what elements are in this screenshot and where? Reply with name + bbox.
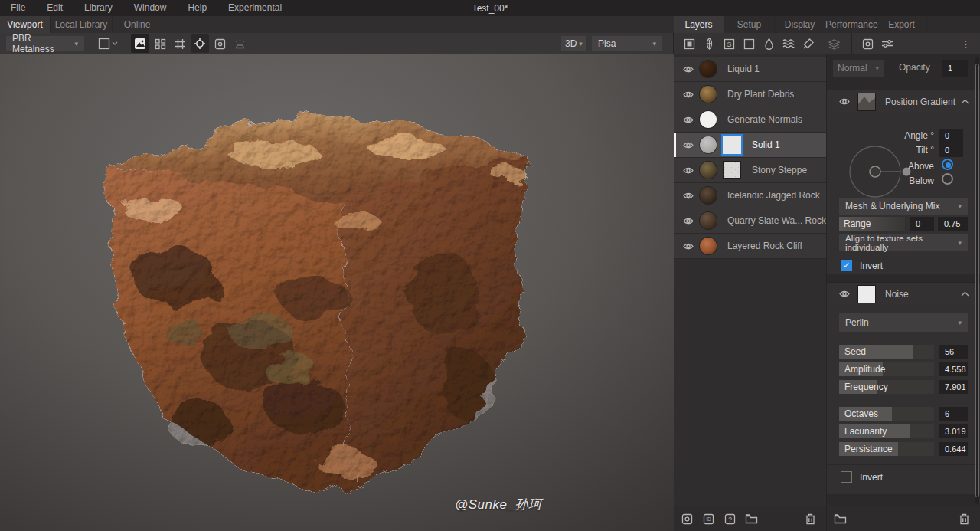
above-radio[interactable] [942,159,953,170]
layer-row-liquid-1[interactable]: Liquid 1 [674,57,826,82]
visibility-eye-icon[interactable] [683,217,694,225]
visibility-eye-icon[interactable] [683,90,694,99]
add-smart-material-button[interactable]: S [720,34,738,53]
lacunarity-input[interactable]: 3.019 [939,424,968,438]
panel-menu-button[interactable]: ⋮ [961,38,971,50]
layer-thumbnail[interactable] [700,187,717,204]
shading-mode-select[interactable]: PBR Metalness▾ [6,36,84,51]
amplitude-slider[interactable]: Amplitude [839,362,934,376]
noise-header[interactable]: Noise [827,282,980,305]
octaves-input[interactable]: 6 [939,407,968,421]
visibility-eye-icon[interactable] [839,97,850,106]
layer-row-solid-1[interactable]: Solid 1 [674,133,826,158]
show-texture-button[interactable] [131,34,149,53]
add-surface-layer-button[interactable] [740,34,758,53]
range-gradient-bar[interactable]: Range [839,217,905,231]
delete-layer-button[interactable] [802,510,818,527]
noise-invert-checkbox[interactable] [841,471,852,483]
menu-library[interactable]: Library [74,0,123,16]
mix-mode-select[interactable]: Mesh & Underlying Mix▾ [839,198,968,215]
layer-row-quarry-slate[interactable]: Quarry Slate Wa... Rock Cracked [674,208,826,234]
add-paint-layer-button[interactable] [799,34,818,53]
tab-performance[interactable]: Performance [825,16,877,33]
layer-mask-thumbnail[interactable] [723,161,741,179]
visibility-eye-icon[interactable] [683,65,694,74]
scrollbar-thumb[interactable] [975,64,979,497]
wireframe-button[interactable] [171,34,189,53]
layer-row-generate-normals[interactable]: Generate Normals [674,107,826,133]
layer-thumbnail[interactable] [700,238,717,254]
add-liquid-layer-button[interactable] [760,34,778,53]
persistance-input[interactable]: 0.644 [939,442,968,456]
tab-viewport[interactable]: Viewport [0,16,51,33]
layer-thumbnail[interactable] [700,61,717,77]
visibility-eye-icon[interactable] [839,290,850,298]
opacity-input[interactable]: 1 [942,60,968,77]
filters-button[interactable] [878,34,897,53]
frequency-input[interactable]: 7.901 [939,380,968,394]
layer-row-dry-plant-debris[interactable]: Dry Plant Debris [674,82,826,107]
add-displacement-layer-button[interactable] [779,34,798,53]
layer-row-icelandic-jagged-rock[interactable]: Icelandic Jagged Rock [674,183,826,208]
menu-window[interactable]: Window [123,0,178,16]
view-mode-select[interactable]: 3D▾ [561,36,586,51]
layer-thumbnail[interactable] [700,136,717,153]
angle-input[interactable]: 0 [939,129,963,143]
new-group-button[interactable] [831,510,848,527]
amplitude-input[interactable]: 4.558 [939,362,968,376]
group-layers-button[interactable] [825,34,843,53]
layer-thumbnail[interactable] [700,212,717,229]
layer-thumbnail[interactable] [700,111,717,128]
procedural-mask-button[interactable]: ? [721,510,738,527]
blend-mode-select[interactable]: Normal▾ [833,60,884,77]
visibility-eye-icon[interactable] [683,166,694,175]
add-mask-button[interactable] [678,510,695,527]
below-radio[interactable] [942,173,953,185]
add-atlas-layer-button[interactable] [700,34,718,53]
menu-help[interactable]: Help [177,0,217,16]
position-gradient-header[interactable]: Position Gradient [827,90,980,113]
tab-local-library[interactable]: Local Library [51,16,113,33]
layer-row-layered-rock-cliff[interactable]: Layered Rock Cliff [674,234,826,259]
layer-mask-thumbnail[interactable] [723,136,741,154]
environment-select[interactable]: Pisa▾ [592,36,662,51]
viewport-layout-button[interactable] [95,34,121,53]
octaves-slider[interactable]: Octaves [839,407,934,421]
render-region-button[interactable] [211,34,229,53]
seed-input[interactable]: 56 [939,345,968,359]
menu-experimental[interactable]: Experimental [217,0,292,16]
noise-type-select[interactable]: Perlin▾ [839,313,968,332]
align-mode-select[interactable]: Align to texture sets individually▾ [839,234,968,251]
tilt-input[interactable]: 0 [939,143,963,157]
lighting-button[interactable] [230,34,249,53]
collapse-chevron-icon[interactable] [961,99,969,104]
pg-invert-checkbox[interactable]: ✓ [841,260,852,271]
viewport-3d[interactable]: @Sunke_孙珂 [0,54,674,531]
properties-scrollbar[interactable] [975,57,979,504]
tab-setup[interactable]: Setup [724,16,775,33]
focus-target-button[interactable] [191,34,209,53]
seed-slider[interactable]: Seed [839,345,934,359]
persistance-slider[interactable]: Persistance [839,442,934,456]
layer-thumbnail[interactable] [700,162,717,179]
menu-edit[interactable]: Edit [36,0,74,16]
tab-online[interactable]: Online [113,16,162,33]
layer-thumbnail[interactable] [700,86,717,103]
visibility-eye-icon[interactable] [683,242,694,251]
lacunarity-slider[interactable]: Lacunarity [839,424,934,438]
visibility-eye-icon[interactable] [683,116,694,124]
menu-file[interactable]: File [0,0,36,16]
mask-button[interactable] [858,34,877,53]
tab-display[interactable]: Display [775,16,825,33]
frequency-slider[interactable]: Frequency [839,380,934,394]
tab-layers[interactable]: Layers [674,16,724,33]
tiling-preview-button[interactable] [151,34,169,53]
material-id-mask-button[interactable]: ID [700,510,717,527]
tab-export[interactable]: Export [877,16,927,33]
range-min-input[interactable]: 0 [910,217,934,231]
new-group-button[interactable] [743,510,760,527]
visibility-eye-icon[interactable] [683,141,694,149]
delete-component-button[interactable] [956,510,972,527]
collapse-chevron-icon[interactable] [961,291,969,297]
range-max-input[interactable]: 0.75 [938,217,968,231]
